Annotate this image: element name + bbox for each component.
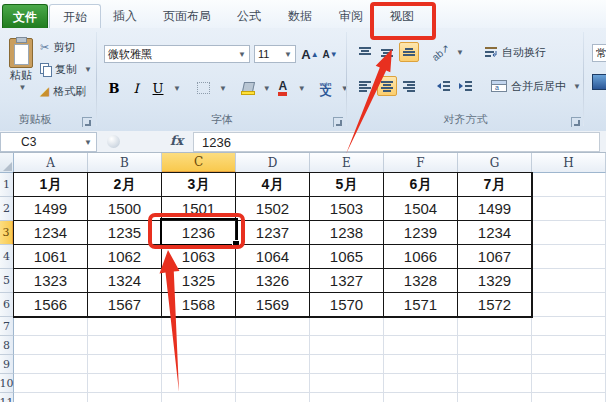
row-header-9[interactable]: 9 (0, 355, 14, 374)
align-center-button[interactable] (377, 76, 397, 96)
copy-button[interactable]: 复制▼ (38, 60, 94, 78)
cell-C7[interactable] (162, 317, 236, 336)
underline-button[interactable]: U (148, 78, 168, 98)
column-header-G[interactable]: G (458, 153, 532, 173)
fill-color-button[interactable] (238, 78, 258, 98)
cell-B9[interactable] (88, 355, 162, 374)
cell-D4[interactable]: 1064 (236, 245, 310, 269)
cell-G4[interactable]: 1067 (458, 245, 532, 269)
cell-F8[interactable] (384, 336, 458, 355)
cell-H8[interactable] (532, 336, 606, 355)
cell-D2[interactable]: 1502 (236, 197, 310, 221)
italic-button[interactable]: I (126, 78, 146, 98)
wrap-text-button[interactable]: 自动换行 (482, 43, 548, 61)
cell-E6[interactable]: 1570 (310, 293, 384, 317)
cell-A4[interactable]: 1061 (14, 245, 88, 269)
cell-B10[interactable] (88, 374, 162, 393)
cell-A9[interactable] (14, 355, 88, 374)
cell-D10[interactable] (236, 374, 310, 393)
name-box[interactable]: C3 ▼ (0, 132, 97, 152)
row-header-2[interactable]: 2 (0, 197, 14, 221)
cell-A1[interactable]: 1月 (14, 173, 88, 197)
cell-D9[interactable] (236, 355, 310, 374)
formula-bar-gripper[interactable] (107, 135, 120, 148)
cell-G9[interactable] (458, 355, 532, 374)
font-color-button[interactable]: A (273, 78, 293, 98)
cell-C1[interactable]: 3月 (162, 173, 236, 197)
cell-D1[interactable]: 4月 (236, 173, 310, 197)
underline-dropdown-arrow[interactable]: ▼ (173, 84, 181, 93)
tab-file[interactable]: 文件 (2, 4, 48, 29)
column-header-C[interactable]: C (162, 153, 236, 173)
cell-E1[interactable]: 5月 (310, 173, 384, 197)
orientation-dropdown-arrow[interactable]: ▼ (456, 48, 464, 57)
cell-B3[interactable]: 1235 (88, 221, 162, 245)
cell-F5[interactable]: 1328 (384, 269, 458, 293)
tab-review[interactable]: 审阅 (326, 4, 376, 28)
paste-button[interactable]: 粘贴 ▼ (4, 38, 38, 92)
cell-F6[interactable]: 1571 (384, 293, 458, 317)
row-header-5[interactable]: 5 (0, 269, 14, 293)
cell-F7[interactable] (384, 317, 458, 336)
cell-C8[interactable] (162, 336, 236, 355)
cell-C11[interactable] (162, 393, 236, 402)
cell-E11[interactable] (310, 393, 384, 402)
row-header-7[interactable]: 7 (0, 317, 14, 336)
cell-B1[interactable]: 2月 (88, 173, 162, 197)
align-top-button[interactable] (355, 42, 375, 62)
cell-B8[interactable] (88, 336, 162, 355)
cell-B7[interactable] (88, 317, 162, 336)
cell-E8[interactable] (310, 336, 384, 355)
cell-F1[interactable]: 6月 (384, 173, 458, 197)
cell-E9[interactable] (310, 355, 384, 374)
formula-input[interactable]: 1236 (193, 132, 600, 152)
cell-F9[interactable] (384, 355, 458, 374)
orientation-button[interactable]: ab↗ (431, 42, 451, 62)
grow-font-button[interactable]: A▲ (300, 44, 320, 64)
column-header-B[interactable]: B (88, 153, 162, 173)
cell-H4[interactable] (532, 245, 606, 269)
cut-button[interactable]: ✂ 剪切 (38, 38, 94, 56)
cell-H3[interactable] (532, 221, 606, 245)
bold-button[interactable]: B (104, 78, 124, 98)
accounting-format-icon[interactable] (592, 74, 606, 90)
column-header-F[interactable]: F (384, 153, 458, 173)
cell-G7[interactable] (458, 317, 532, 336)
cell-H11[interactable] (532, 393, 606, 402)
name-box-dropdown-arrow[interactable]: ▼ (84, 138, 92, 147)
column-header-E[interactable]: E (310, 153, 384, 173)
borders-dropdown-arrow[interactable]: ▼ (219, 84, 227, 93)
tab-data[interactable]: 数据 (275, 4, 325, 28)
cell-E3[interactable]: 1238 (310, 221, 384, 245)
cell-E10[interactable] (310, 374, 384, 393)
column-header-H[interactable]: H (532, 153, 606, 173)
row-header-1[interactable]: 1 (0, 173, 14, 197)
cell-G8[interactable] (458, 336, 532, 355)
cell-G6[interactable]: 1572 (458, 293, 532, 317)
cell-A11[interactable] (14, 393, 88, 402)
select-all-corner[interactable] (0, 153, 14, 173)
cell-E2[interactable]: 1503 (310, 197, 384, 221)
cell-E5[interactable]: 1327 (310, 269, 384, 293)
tab-view[interactable]: 视图 (377, 4, 427, 28)
merge-center-button[interactable]: a 合并后居中▼ (489, 77, 583, 95)
align-middle-button[interactable] (377, 42, 397, 62)
clipboard-dialog-launcher[interactable] (82, 117, 92, 127)
row-header-8[interactable]: 8 (0, 336, 14, 355)
cell-B2[interactable]: 1500 (88, 197, 162, 221)
row-header-6[interactable]: 6 (0, 293, 14, 317)
cell-C2[interactable]: 1501 (162, 197, 236, 221)
cell-C4[interactable]: 1063 (162, 245, 236, 269)
cell-G3[interactable]: 1234 (458, 221, 532, 245)
tab-formulas[interactable]: 公式 (224, 4, 274, 28)
cell-D11[interactable] (236, 393, 310, 402)
cell-A3[interactable]: 1234 (14, 221, 88, 245)
cell-D8[interactable] (236, 336, 310, 355)
cell-F4[interactable]: 1066 (384, 245, 458, 269)
shrink-font-button[interactable]: A▼ (320, 44, 340, 64)
cell-A10[interactable] (14, 374, 88, 393)
number-format-combo[interactable]: 常 (592, 44, 606, 62)
cell-A2[interactable]: 1499 (14, 197, 88, 221)
tab-home[interactable]: 开始 (49, 4, 101, 30)
cell-E7[interactable] (310, 317, 384, 336)
